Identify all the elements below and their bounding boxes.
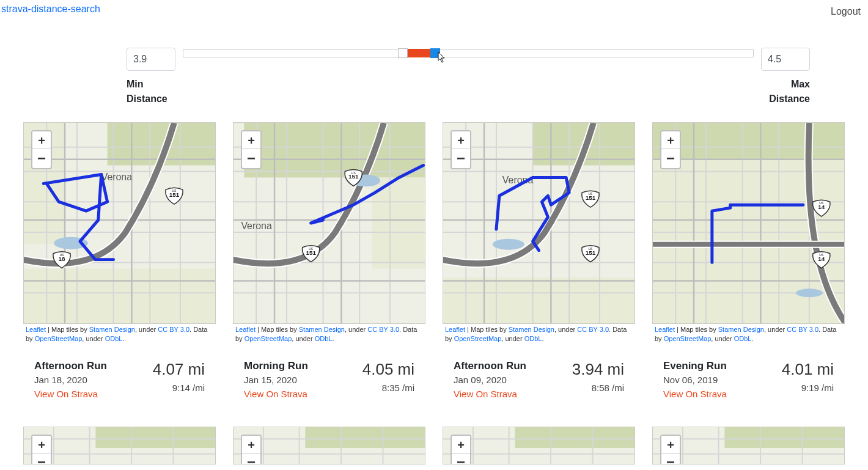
max-distance-label: MaxDistance: [761, 77, 810, 106]
map-attribution: Leaflet | Map tiles by Stamen Design, un…: [23, 324, 216, 345]
svg-rect-26: [653, 123, 844, 160]
logout-link[interactable]: Logout: [831, 4, 863, 17]
activity-distance: 4.07 mi: [153, 360, 205, 379]
zoom-in-button[interactable]: +: [242, 436, 260, 454]
svg-text:US: US: [172, 189, 177, 193]
zoom-out-button[interactable]: −: [661, 453, 680, 464]
activity-distance: 4.01 mi: [782, 360, 834, 379]
activity-date: Jan 09, 2020: [454, 375, 526, 385]
svg-point-29: [796, 288, 823, 297]
stamen-link[interactable]: Stamen Design: [509, 326, 554, 333]
zoom-in-button[interactable]: +: [452, 436, 470, 454]
activity-card: 14 US 14 US + − Leaflet | Map tiles by S…: [652, 122, 845, 400]
leaflet-link[interactable]: Leaflet: [235, 326, 256, 333]
activity-card: Verona 151 US 151 US + − Leaflet | Map t…: [443, 122, 635, 400]
zoom-in-button[interactable]: +: [32, 436, 51, 454]
zoom-out-button[interactable]: −: [452, 149, 470, 167]
zoom-control: + −: [451, 435, 471, 464]
activity-date: Nov 06, 2019: [663, 375, 727, 385]
activity-date: Jan 15, 2020: [244, 375, 308, 385]
osm-link[interactable]: OpenStreetMap: [245, 335, 292, 342]
zoom-in-button[interactable]: +: [661, 436, 680, 454]
view-on-strava-link[interactable]: View On Strava: [663, 389, 727, 399]
zoom-out-button[interactable]: −: [32, 149, 51, 167]
odbl-link[interactable]: ODbL: [524, 335, 542, 342]
zoom-out-button[interactable]: −: [242, 149, 260, 167]
distance-slider-handle-max[interactable]: [430, 48, 440, 58]
svg-rect-37: [305, 427, 425, 448]
min-distance-input[interactable]: [127, 48, 175, 71]
svg-rect-39: [515, 427, 634, 448]
brand-link[interactable]: strava-distance-search: [1, 4, 100, 15]
map[interactable]: Verona 18 US 151 US + −: [23, 122, 216, 324]
zoom-in-button[interactable]: +: [452, 131, 470, 150]
zoom-control: + −: [241, 130, 262, 169]
view-on-strava-link[interactable]: View On Strava: [34, 389, 98, 399]
activity-title: Afternoon Run: [34, 360, 107, 372]
zoom-control: + −: [660, 435, 681, 464]
zoom-control: + −: [31, 130, 52, 169]
cc-link[interactable]: CC BY 3.0: [367, 326, 399, 333]
odbl-link[interactable]: ODbL: [105, 335, 123, 342]
zoom-out-button[interactable]: −: [661, 149, 680, 167]
osm-link[interactable]: OpenStreetMap: [35, 335, 83, 342]
activity-card: Verona 151 US 151 US + − Leaflet | Map t…: [233, 122, 425, 400]
svg-point-20: [493, 239, 524, 250]
cc-link[interactable]: CC BY 3.0: [158, 326, 189, 333]
osm-link[interactable]: OpenStreetMap: [454, 335, 502, 342]
zoom-in-button[interactable]: +: [661, 131, 680, 150]
map[interactable]: Verona 151 US 151 US + −: [233, 122, 425, 324]
view-on-strava-link[interactable]: View On Strava: [244, 389, 307, 399]
svg-rect-2: [24, 269, 215, 323]
zoom-control: + −: [31, 435, 52, 464]
stamen-link[interactable]: Stamen Design: [718, 326, 764, 333]
map-town-label: Verona: [101, 172, 133, 182]
activity-card: Verona 18 US 151 US + − Leaflet | Map ti…: [23, 122, 216, 400]
zoom-control: + −: [451, 130, 471, 169]
map-town-label: Verona: [241, 221, 272, 231]
activity-title: Afternoon Run: [454, 360, 526, 372]
svg-rect-35: [95, 427, 215, 448]
zoom-out-button[interactable]: −: [452, 453, 470, 464]
leaflet-link[interactable]: Leaflet: [655, 326, 675, 333]
map[interactable]: + −: [652, 427, 845, 464]
activity-distance: 4.05 mi: [362, 360, 414, 379]
svg-text:US: US: [589, 193, 594, 196]
zoom-control: + −: [660, 130, 681, 169]
svg-rect-41: [724, 427, 844, 448]
map-attribution: Leaflet | Map tiles by Stamen Design, un…: [233, 324, 425, 345]
activity-pace: 9:14 /mi: [153, 383, 205, 393]
svg-rect-10: [244, 123, 425, 177]
stamen-link[interactable]: Stamen Design: [299, 326, 345, 333]
map[interactable]: + −: [233, 427, 425, 464]
zoom-control: + −: [241, 435, 262, 464]
map[interactable]: Verona 151 US 151 US + −: [443, 122, 635, 324]
activity-pace: 8:35 /mi: [362, 383, 414, 393]
cc-link[interactable]: CC BY 3.0: [787, 326, 818, 333]
svg-text:US: US: [60, 254, 65, 257]
odbl-link[interactable]: ODbL: [734, 335, 752, 342]
max-distance-input[interactable]: [761, 48, 810, 71]
zoom-in-button[interactable]: +: [242, 131, 260, 150]
svg-text:US: US: [309, 248, 314, 251]
svg-text:US: US: [351, 171, 356, 174]
leaflet-link[interactable]: Leaflet: [26, 326, 46, 333]
view-on-strava-link[interactable]: View On Strava: [454, 389, 517, 399]
stamen-link[interactable]: Stamen Design: [89, 326, 135, 333]
map[interactable]: + −: [443, 427, 635, 464]
map[interactable]: 14 US 14 US + −: [652, 122, 845, 324]
map-attribution: Leaflet | Map tiles by Stamen Design, un…: [652, 324, 845, 345]
map[interactable]: + −: [23, 427, 216, 464]
activity-pace: 9:19 /mi: [782, 383, 834, 393]
zoom-out-button[interactable]: −: [242, 453, 260, 464]
distance-slider-track[interactable]: [183, 49, 754, 57]
osm-link[interactable]: OpenStreetMap: [664, 335, 712, 342]
zoom-out-button[interactable]: −: [32, 453, 51, 464]
min-distance-label: MinDistance: [127, 77, 175, 106]
leaflet-link[interactable]: Leaflet: [445, 326, 465, 333]
zoom-in-button[interactable]: +: [32, 131, 51, 150]
activity-date: Jan 18, 2020: [34, 375, 107, 385]
distance-slider-handle-min[interactable]: [398, 48, 408, 58]
cc-link[interactable]: CC BY 3.0: [577, 326, 609, 333]
odbl-link[interactable]: ODbL: [315, 335, 333, 342]
